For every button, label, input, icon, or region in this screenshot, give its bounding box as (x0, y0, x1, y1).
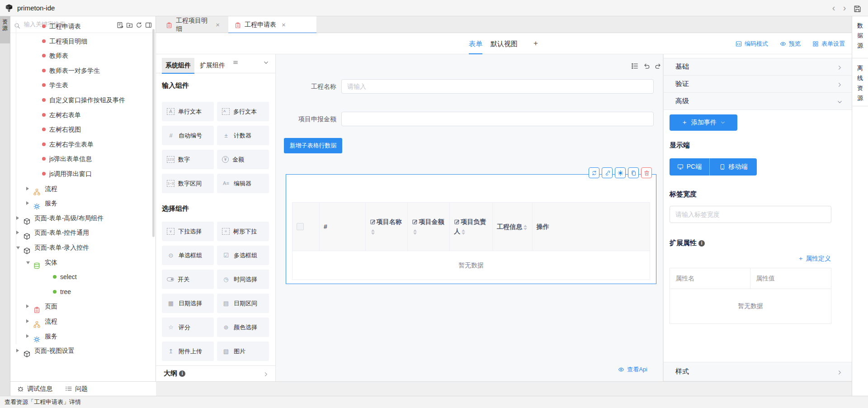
activity-item-resources[interactable]: 资源 (0, 16, 10, 43)
style-section-header[interactable]: 样式 (664, 362, 852, 381)
outline-row[interactable]: 大纲 i (156, 365, 275, 381)
action-code[interactable]: 编码模式 (736, 40, 768, 48)
sort-icon[interactable] (413, 229, 417, 235)
palette-item-text-single[interactable]: A单行文本 (162, 102, 214, 121)
sort-icon[interactable] (462, 229, 465, 235)
palette-item-tree-select[interactable]: ≡树形下拉 (217, 222, 269, 241)
palette-menu-icon[interactable] (233, 58, 238, 66)
inspector-section-header[interactable]: 验证 (664, 76, 852, 93)
palette-item-number[interactable]: 123数字 (162, 150, 214, 169)
dock-item[interactable]: 数据源 (852, 21, 868, 51)
tree-item[interactable]: js调用弹出窗口 (10, 167, 156, 180)
tree-item[interactable]: tree (10, 285, 156, 299)
subtable-link-button[interactable] (602, 167, 613, 178)
palette-item-upload[interactable]: ↥附件上传 (162, 342, 214, 361)
expand-arrow-icon[interactable] (16, 231, 19, 234)
tree-item[interactable]: 流程 (10, 314, 156, 328)
sort-icon[interactable] (524, 225, 527, 230)
mobile-target-button[interactable]: 移动端 (709, 158, 757, 176)
palette-item-color[interactable]: ⊚颜色选择 (217, 318, 269, 337)
tree-item[interactable]: 实体 (10, 256, 156, 269)
tree-item[interactable]: 工程申请表 (10, 19, 156, 33)
expand-arrow-icon[interactable] (26, 304, 29, 308)
tree-item[interactable]: select (10, 270, 156, 284)
add-subtable-row-button[interactable]: 新增子表格行数据 (284, 138, 342, 153)
subtable-copy-button[interactable] (628, 167, 639, 178)
palette-item-image[interactable]: ▧图片 (217, 342, 269, 361)
palette-item-radio-group[interactable]: ⊙单选框组 (162, 246, 214, 265)
view-api-link[interactable]: 查看Api (618, 365, 647, 374)
editor-tab[interactable]: 工程项目明细× (160, 16, 226, 33)
declared-amount-input[interactable] (341, 112, 654, 126)
bottom-tab-debug[interactable]: 调试信息 (17, 385, 52, 393)
expand-arrow-icon[interactable] (16, 247, 20, 249)
expand-arrow-icon[interactable] (26, 201, 29, 205)
subtable-trash-button[interactable] (641, 167, 652, 178)
palette-item-currency[interactable]: ¥金额 (217, 150, 269, 169)
close-tab-icon[interactable]: × (216, 21, 220, 28)
editor-tab[interactable]: 工程申请表× (228, 16, 316, 33)
dock-item[interactable]: 离线资源 (852, 63, 868, 103)
inspector-section-header[interactable]: 基础 (664, 58, 852, 76)
palette-collapse-icon[interactable] (263, 58, 269, 66)
subtable-sync-button[interactable] (589, 167, 599, 178)
tree-item[interactable]: 页面-表单-高级/布局组件 (10, 211, 156, 225)
subtable-gear-button[interactable] (615, 167, 626, 178)
tree-item[interactable]: 左树右视图 (10, 123, 156, 136)
expand-arrow-icon[interactable] (16, 349, 19, 350)
tree-item[interactable]: 服务 (10, 196, 156, 210)
palette-tab[interactable]: 系统组件 (162, 58, 194, 73)
add-view-button[interactable]: + (533, 33, 538, 54)
view-tab[interactable]: 默认视图 (491, 33, 518, 54)
tree-item[interactable]: 自定义窗口操作按钮及事件 (10, 93, 156, 107)
tree-item[interactable]: 左树右表单 (10, 108, 156, 122)
palette-item-date[interactable]: ▦日期选择 (162, 294, 214, 313)
palette-item-time[interactable]: ◷时间选择 (217, 270, 269, 289)
palette-item-editor[interactable]: A≡编辑器 (217, 174, 269, 193)
tree-item[interactable]: 工程项目明细 (10, 34, 156, 48)
tree-item[interactable]: 流程 (10, 182, 156, 195)
subtable-widget[interactable]: #项目名称项目金额项目负责人工程信息操作 暂无数据 (286, 174, 656, 284)
nav-back-button[interactable]: ‹ (829, 0, 838, 15)
select-all-checkbox[interactable] (297, 223, 304, 230)
expand-arrow-icon[interactable] (26, 261, 30, 264)
tree-item[interactable]: js弹出表单信息 (10, 152, 156, 166)
expand-arrow-icon[interactable] (26, 187, 29, 190)
close-tab-icon[interactable]: × (282, 21, 286, 28)
tree-item[interactable]: 页面 (10, 299, 156, 313)
pc-target-button[interactable]: PC端 (670, 158, 709, 176)
add-event-button[interactable]: ＋ 添加事件 (670, 114, 737, 131)
save-icon[interactable] (854, 4, 861, 12)
undo-icon[interactable] (643, 62, 650, 70)
inspector-section-header[interactable]: 高级 (664, 93, 852, 110)
tree-item[interactable]: 页面-表单-控件通用 (10, 226, 156, 239)
label-width-input[interactable] (670, 206, 831, 223)
expand-arrow-icon[interactable] (26, 319, 29, 323)
view-tab[interactable]: 表单 (469, 33, 482, 54)
palette-item-number-range[interactable]: 1~3数字区间 (162, 174, 214, 193)
tree-item[interactable]: 页面-视图设置 (10, 344, 156, 350)
tree-item[interactable]: 教师表 (10, 49, 156, 62)
tree-item[interactable]: 页面-表单-录入控件 (10, 241, 156, 254)
expand-arrow-icon[interactable] (16, 216, 19, 220)
nav-forward-button[interactable]: › (840, 0, 849, 15)
palette-item-rate[interactable]: ☆评分 (162, 318, 214, 337)
palette-item-date-range[interactable]: ▤日期区间 (217, 294, 269, 313)
action-grid[interactable]: 表单设置 (812, 40, 845, 48)
property-define-link[interactable]: ＋ 属性定义 (797, 255, 831, 263)
tree-item[interactable]: 左树右学生表单 (10, 138, 156, 151)
palette-item-counter[interactable]: ±计数器 (217, 126, 269, 145)
outline-list-icon[interactable] (631, 62, 638, 70)
sort-icon[interactable] (371, 229, 375, 235)
redo-icon[interactable] (655, 62, 662, 70)
palette-item-checkbox-group[interactable]: ☑多选框组 (217, 246, 269, 265)
action-eye[interactable]: 预览 (780, 40, 801, 48)
palette-item-text-multi[interactable]: A多行文本 (217, 102, 269, 121)
palette-tab[interactable]: 扩展组件 (196, 58, 229, 73)
tree-item[interactable]: 服务 (10, 329, 156, 343)
project-name-input[interactable] (341, 79, 654, 94)
expand-arrow-icon[interactable] (26, 334, 29, 338)
bottom-tab-list[interactable]: 问题 (65, 385, 88, 393)
tree-item[interactable]: 教师表一对多学生 (10, 64, 156, 77)
palette-item-switch[interactable]: 开关 (162, 270, 214, 289)
